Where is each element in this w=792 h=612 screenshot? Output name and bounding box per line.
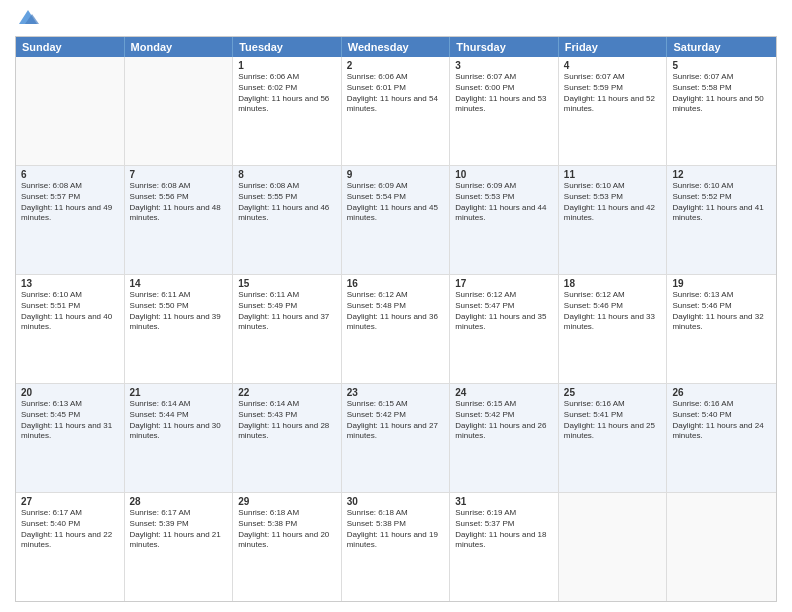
cal-cell-4-0: 27Sunrise: 6:17 AMSunset: 5:40 PMDayligh… — [16, 493, 125, 601]
day-number: 3 — [455, 60, 553, 71]
cell-details: Sunrise: 6:12 AMSunset: 5:48 PMDaylight:… — [347, 290, 445, 333]
cal-cell-4-4: 31Sunrise: 6:19 AMSunset: 5:37 PMDayligh… — [450, 493, 559, 601]
cal-cell-1-0: 6Sunrise: 6:08 AMSunset: 5:57 PMDaylight… — [16, 166, 125, 274]
cal-cell-3-6: 26Sunrise: 6:16 AMSunset: 5:40 PMDayligh… — [667, 384, 776, 492]
day-number: 11 — [564, 169, 662, 180]
calendar-row-1: 6Sunrise: 6:08 AMSunset: 5:57 PMDaylight… — [16, 166, 776, 275]
cal-cell-4-1: 28Sunrise: 6:17 AMSunset: 5:39 PMDayligh… — [125, 493, 234, 601]
cal-cell-0-0 — [16, 57, 125, 165]
cell-details: Sunrise: 6:08 AMSunset: 5:56 PMDaylight:… — [130, 181, 228, 224]
cell-details: Sunrise: 6:15 AMSunset: 5:42 PMDaylight:… — [455, 399, 553, 442]
cal-cell-3-0: 20Sunrise: 6:13 AMSunset: 5:45 PMDayligh… — [16, 384, 125, 492]
calendar-row-2: 13Sunrise: 6:10 AMSunset: 5:51 PMDayligh… — [16, 275, 776, 384]
cell-details: Sunrise: 6:09 AMSunset: 5:54 PMDaylight:… — [347, 181, 445, 224]
day-number: 1 — [238, 60, 336, 71]
cal-cell-0-6: 5Sunrise: 6:07 AMSunset: 5:58 PMDaylight… — [667, 57, 776, 165]
cell-details: Sunrise: 6:15 AMSunset: 5:42 PMDaylight:… — [347, 399, 445, 442]
cell-details: Sunrise: 6:14 AMSunset: 5:44 PMDaylight:… — [130, 399, 228, 442]
cal-cell-3-1: 21Sunrise: 6:14 AMSunset: 5:44 PMDayligh… — [125, 384, 234, 492]
calendar-row-4: 27Sunrise: 6:17 AMSunset: 5:40 PMDayligh… — [16, 493, 776, 601]
calendar-row-3: 20Sunrise: 6:13 AMSunset: 5:45 PMDayligh… — [16, 384, 776, 493]
day-number: 24 — [455, 387, 553, 398]
cal-cell-1-2: 8Sunrise: 6:08 AMSunset: 5:55 PMDaylight… — [233, 166, 342, 274]
cell-details: Sunrise: 6:06 AMSunset: 6:01 PMDaylight:… — [347, 72, 445, 115]
cell-details: Sunrise: 6:08 AMSunset: 5:55 PMDaylight:… — [238, 181, 336, 224]
cell-details: Sunrise: 6:17 AMSunset: 5:40 PMDaylight:… — [21, 508, 119, 551]
cell-details: Sunrise: 6:07 AMSunset: 5:58 PMDaylight:… — [672, 72, 771, 115]
cal-cell-4-5 — [559, 493, 668, 601]
cell-details: Sunrise: 6:13 AMSunset: 5:46 PMDaylight:… — [672, 290, 771, 333]
cal-cell-0-3: 2Sunrise: 6:06 AMSunset: 6:01 PMDaylight… — [342, 57, 451, 165]
cal-cell-2-3: 16Sunrise: 6:12 AMSunset: 5:48 PMDayligh… — [342, 275, 451, 383]
cell-details: Sunrise: 6:09 AMSunset: 5:53 PMDaylight:… — [455, 181, 553, 224]
day-number: 16 — [347, 278, 445, 289]
cal-cell-2-5: 18Sunrise: 6:12 AMSunset: 5:46 PMDayligh… — [559, 275, 668, 383]
day-number: 31 — [455, 496, 553, 507]
day-number: 8 — [238, 169, 336, 180]
calendar: SundayMondayTuesdayWednesdayThursdayFrid… — [15, 36, 777, 602]
page-header — [15, 10, 777, 28]
cal-cell-4-3: 30Sunrise: 6:18 AMSunset: 5:38 PMDayligh… — [342, 493, 451, 601]
day-number: 12 — [672, 169, 771, 180]
calendar-row-0: 1Sunrise: 6:06 AMSunset: 6:02 PMDaylight… — [16, 57, 776, 166]
header-cell-thursday: Thursday — [450, 37, 559, 57]
cal-cell-3-5: 25Sunrise: 6:16 AMSunset: 5:41 PMDayligh… — [559, 384, 668, 492]
cell-details: Sunrise: 6:08 AMSunset: 5:57 PMDaylight:… — [21, 181, 119, 224]
day-number: 25 — [564, 387, 662, 398]
day-number: 21 — [130, 387, 228, 398]
cell-details: Sunrise: 6:06 AMSunset: 6:02 PMDaylight:… — [238, 72, 336, 115]
header-cell-sunday: Sunday — [16, 37, 125, 57]
cal-cell-2-0: 13Sunrise: 6:10 AMSunset: 5:51 PMDayligh… — [16, 275, 125, 383]
day-number: 30 — [347, 496, 445, 507]
day-number: 9 — [347, 169, 445, 180]
cell-details: Sunrise: 6:11 AMSunset: 5:50 PMDaylight:… — [130, 290, 228, 333]
day-number: 5 — [672, 60, 771, 71]
cal-cell-3-2: 22Sunrise: 6:14 AMSunset: 5:43 PMDayligh… — [233, 384, 342, 492]
cell-details: Sunrise: 6:16 AMSunset: 5:40 PMDaylight:… — [672, 399, 771, 442]
cell-details: Sunrise: 6:11 AMSunset: 5:49 PMDaylight:… — [238, 290, 336, 333]
cell-details: Sunrise: 6:12 AMSunset: 5:47 PMDaylight:… — [455, 290, 553, 333]
day-number: 6 — [21, 169, 119, 180]
cell-details: Sunrise: 6:18 AMSunset: 5:38 PMDaylight:… — [238, 508, 336, 551]
day-number: 15 — [238, 278, 336, 289]
day-number: 2 — [347, 60, 445, 71]
day-number: 13 — [21, 278, 119, 289]
cal-cell-3-4: 24Sunrise: 6:15 AMSunset: 5:42 PMDayligh… — [450, 384, 559, 492]
calendar-header: SundayMondayTuesdayWednesdayThursdayFrid… — [16, 37, 776, 57]
cell-details: Sunrise: 6:10 AMSunset: 5:51 PMDaylight:… — [21, 290, 119, 333]
cal-cell-0-2: 1Sunrise: 6:06 AMSunset: 6:02 PMDaylight… — [233, 57, 342, 165]
day-number: 4 — [564, 60, 662, 71]
cal-cell-2-1: 14Sunrise: 6:11 AMSunset: 5:50 PMDayligh… — [125, 275, 234, 383]
cal-cell-1-3: 9Sunrise: 6:09 AMSunset: 5:54 PMDaylight… — [342, 166, 451, 274]
header-cell-monday: Monday — [125, 37, 234, 57]
day-number: 23 — [347, 387, 445, 398]
day-number: 28 — [130, 496, 228, 507]
logo-icon — [17, 6, 39, 28]
header-cell-wednesday: Wednesday — [342, 37, 451, 57]
day-number: 20 — [21, 387, 119, 398]
cell-details: Sunrise: 6:10 AMSunset: 5:53 PMDaylight:… — [564, 181, 662, 224]
day-number: 29 — [238, 496, 336, 507]
day-number: 22 — [238, 387, 336, 398]
header-cell-tuesday: Tuesday — [233, 37, 342, 57]
cal-cell-0-5: 4Sunrise: 6:07 AMSunset: 5:59 PMDaylight… — [559, 57, 668, 165]
cal-cell-2-4: 17Sunrise: 6:12 AMSunset: 5:47 PMDayligh… — [450, 275, 559, 383]
cell-details: Sunrise: 6:17 AMSunset: 5:39 PMDaylight:… — [130, 508, 228, 551]
cell-details: Sunrise: 6:10 AMSunset: 5:52 PMDaylight:… — [672, 181, 771, 224]
cal-cell-1-5: 11Sunrise: 6:10 AMSunset: 5:53 PMDayligh… — [559, 166, 668, 274]
cell-details: Sunrise: 6:13 AMSunset: 5:45 PMDaylight:… — [21, 399, 119, 442]
cell-details: Sunrise: 6:14 AMSunset: 5:43 PMDaylight:… — [238, 399, 336, 442]
cell-details: Sunrise: 6:12 AMSunset: 5:46 PMDaylight:… — [564, 290, 662, 333]
cal-cell-1-6: 12Sunrise: 6:10 AMSunset: 5:52 PMDayligh… — [667, 166, 776, 274]
day-number: 26 — [672, 387, 771, 398]
cell-details: Sunrise: 6:07 AMSunset: 5:59 PMDaylight:… — [564, 72, 662, 115]
day-number: 14 — [130, 278, 228, 289]
header-cell-friday: Friday — [559, 37, 668, 57]
cal-cell-4-2: 29Sunrise: 6:18 AMSunset: 5:38 PMDayligh… — [233, 493, 342, 601]
cal-cell-2-6: 19Sunrise: 6:13 AMSunset: 5:46 PMDayligh… — [667, 275, 776, 383]
cal-cell-3-3: 23Sunrise: 6:15 AMSunset: 5:42 PMDayligh… — [342, 384, 451, 492]
day-number: 27 — [21, 496, 119, 507]
calendar-body: 1Sunrise: 6:06 AMSunset: 6:02 PMDaylight… — [16, 57, 776, 601]
header-cell-saturday: Saturday — [667, 37, 776, 57]
cal-cell-1-4: 10Sunrise: 6:09 AMSunset: 5:53 PMDayligh… — [450, 166, 559, 274]
